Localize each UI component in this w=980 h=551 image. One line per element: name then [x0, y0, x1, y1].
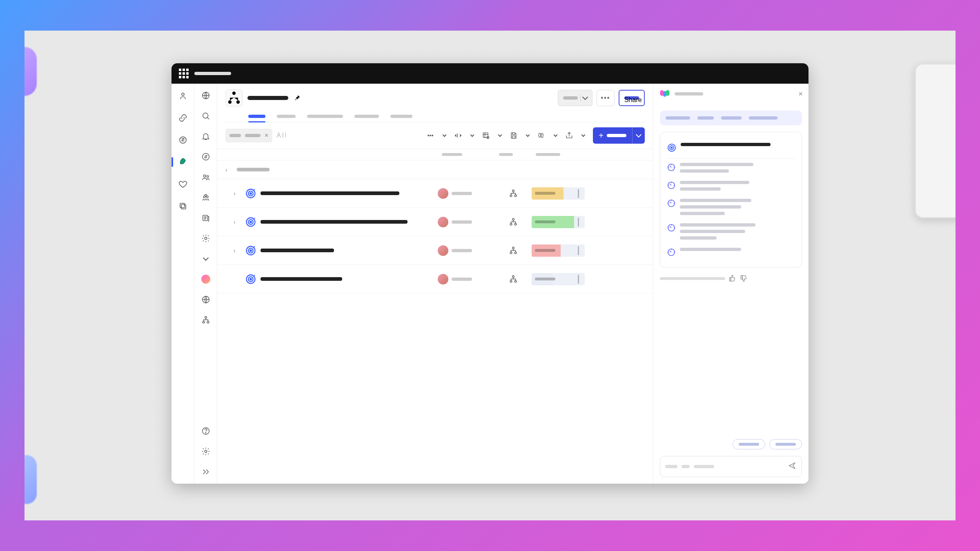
prompt-suggestions[interactable]: [660, 111, 802, 125]
close-icon[interactable]: ×: [798, 90, 803, 98]
pin-icon[interactable]: [293, 94, 301, 102]
chevron-right-icon[interactable]: ›: [234, 190, 241, 197]
svg-point-17: [207, 321, 209, 323]
copilot-item[interactable]: [667, 159, 795, 177]
app-launcher-icon[interactable]: [179, 69, 189, 78]
goal-icon: [245, 216, 256, 228]
clear-filter-icon[interactable]: ×: [265, 132, 268, 139]
parent-row[interactable]: › Company objectives: [217, 160, 653, 179]
svg-point-5: [203, 113, 208, 118]
owner-avatar[interactable]: [438, 274, 448, 284]
search-icon[interactable]: [199, 109, 213, 123]
hierarchy-icon[interactable]: [199, 313, 213, 327]
row-title: [261, 277, 342, 281]
news-icon[interactable]: [199, 211, 213, 225]
copilot-icon[interactable]: [536, 130, 547, 141]
copilot-item[interactable]: [667, 244, 795, 261]
status-bar[interactable]: [532, 244, 585, 257]
compass-icon[interactable]: [199, 150, 213, 164]
brain-icon[interactable]: [176, 133, 190, 147]
team-icon[interactable]: [199, 191, 213, 204]
svg-point-25: [430, 135, 431, 136]
community-icon[interactable]: [176, 89, 190, 103]
hierarchy-button[interactable]: [225, 89, 243, 107]
svg-point-46: [512, 247, 514, 249]
status-bar[interactable]: [532, 187, 585, 200]
table-settings-icon[interactable]: [480, 130, 492, 141]
copilot-item[interactable]: [667, 195, 795, 219]
owner-avatar[interactable]: [438, 245, 448, 256]
chat-input[interactable]: [660, 456, 802, 477]
gear-icon[interactable]: [199, 231, 213, 245]
chevron-down-icon[interactable]: [522, 130, 533, 141]
chevron-right-icon[interactable]: ›: [234, 247, 241, 254]
chevron-down-icon[interactable]: [550, 130, 561, 141]
heart-icon[interactable]: [176, 177, 190, 191]
okr-row[interactable]: ›: [217, 236, 653, 265]
team-cell[interactable]: [495, 218, 532, 227]
chevron-down-icon[interactable]: [439, 130, 450, 141]
link-icon[interactable]: [176, 111, 190, 125]
chevron-down-icon[interactable]: [466, 130, 478, 141]
titlebar: Viva Goals: [172, 63, 808, 84]
chevron-right-icon[interactable]: ›: [225, 167, 233, 173]
chevron-right-icon[interactable]: ›: [234, 219, 241, 225]
avatar[interactable]: [199, 272, 213, 286]
owner-avatar[interactable]: [438, 217, 448, 227]
team-cell[interactable]: [495, 189, 532, 198]
okr-row[interactable]: ›: [217, 208, 653, 236]
thumbs-up-icon[interactable]: [728, 274, 737, 282]
share-icon[interactable]: [564, 130, 575, 141]
share-button[interactable]: Share: [619, 90, 645, 106]
svg-point-36: [514, 195, 517, 197]
send-icon[interactable]: [788, 461, 797, 472]
help-icon[interactable]: [199, 424, 213, 438]
decor-shape: [24, 47, 37, 96]
svg-point-48: [514, 252, 517, 254]
gear-icon[interactable]: [199, 444, 213, 458]
tab-dashboards[interactable]: [307, 111, 343, 122]
svg-rect-29: [512, 133, 515, 134]
more-icon[interactable]: [425, 130, 436, 141]
more-button[interactable]: •••: [597, 90, 615, 106]
save-icon[interactable]: [508, 130, 519, 141]
add-button[interactable]: + Add: [593, 127, 645, 144]
add-dropdown[interactable]: [632, 127, 645, 144]
chevron-down-icon[interactable]: [577, 130, 589, 141]
expand-icon[interactable]: [199, 465, 213, 479]
people-icon[interactable]: [199, 170, 213, 184]
nav-rail: [194, 84, 217, 484]
tab-explorer[interactable]: [354, 111, 379, 122]
view-dropdown[interactable]: View: [558, 90, 592, 106]
copy-icon[interactable]: [176, 199, 190, 213]
bell-icon[interactable]: [199, 129, 213, 143]
goal-icon: [245, 188, 256, 199]
chevron-down-icon[interactable]: [199, 252, 213, 266]
copilot-item[interactable]: [667, 219, 795, 244]
thumbs-down-icon[interactable]: [740, 274, 748, 282]
suggestion-chip[interactable]: [733, 439, 765, 449]
globe-icon[interactable]: [199, 293, 213, 307]
desktop-background: Viva Goals My Goals: [24, 31, 956, 520]
tab-okrs[interactable]: [248, 111, 265, 122]
okr-row[interactable]: ›: [217, 179, 653, 208]
okr-row[interactable]: [217, 265, 653, 293]
chevron-down-icon[interactable]: [494, 130, 506, 141]
team-cell[interactable]: [495, 275, 532, 284]
status-bar[interactable]: [532, 216, 585, 228]
copilot-item[interactable]: [667, 177, 795, 195]
status-bar[interactable]: [532, 273, 585, 285]
owner-name: [452, 249, 472, 252]
suggestion-chip[interactable]: [769, 439, 802, 449]
filter-chip[interactable]: Time period ×: [225, 129, 272, 142]
expand-horizontal-icon[interactable]: [452, 130, 464, 141]
owner-avatar[interactable]: [438, 188, 448, 199]
globe-icon[interactable]: [199, 89, 213, 102]
gauge-icon: [667, 181, 676, 190]
team-cell[interactable]: [495, 246, 532, 255]
svg-point-0: [182, 93, 184, 96]
tab-activity[interactable]: [390, 111, 412, 122]
svg-point-52: [512, 276, 514, 278]
leaf-icon[interactable]: [176, 155, 190, 169]
tab-projects[interactable]: [277, 111, 296, 122]
